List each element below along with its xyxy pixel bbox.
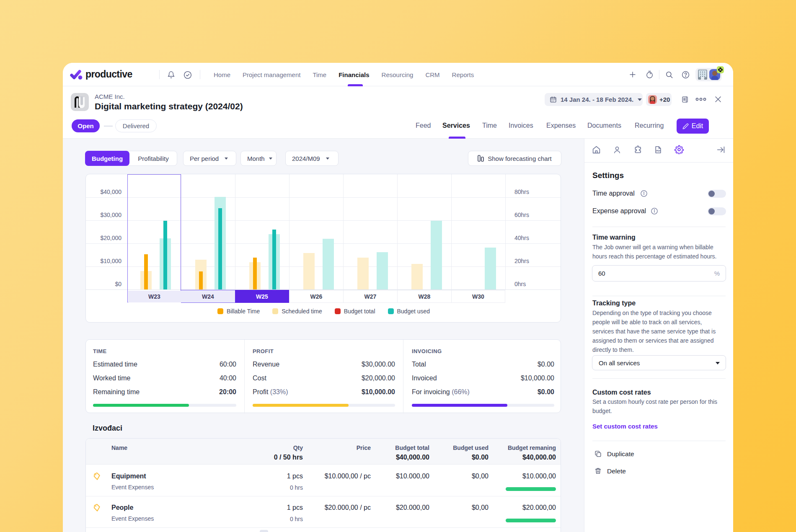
svg-text:PDF: PDF (656, 150, 661, 152)
